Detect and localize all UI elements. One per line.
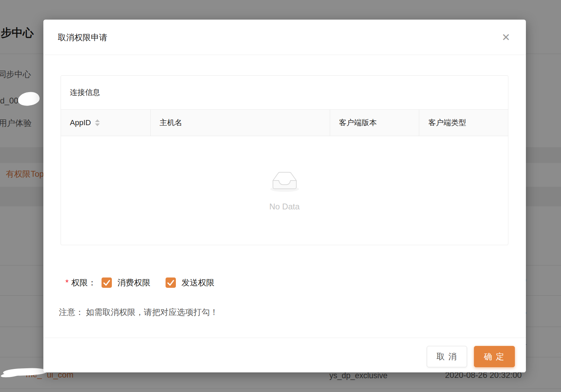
check-icon (102, 277, 112, 288)
caret-down-icon (95, 123, 100, 126)
cancel-permission-modal: 取消权限申请 ✕ 连接信息 AppID 主机名 客户端版本 客户端类型 (43, 20, 526, 372)
empty-inbox-icon (268, 170, 301, 192)
table-empty-state: No Data (61, 136, 508, 245)
column-header-client-version: 客户端版本 (330, 110, 420, 136)
empty-text: No Data (269, 202, 299, 211)
permission-form-row: * 权限： 消费权限 发送权限 (65, 276, 214, 289)
modal-footer: 取 消 确 定 (43, 338, 526, 372)
modal-header: 取消权限申请 ✕ (43, 20, 526, 55)
column-header-appid[interactable]: AppID (61, 110, 151, 136)
checkbox-label-send[interactable]: 发送权限 (181, 277, 214, 288)
close-icon: ✕ (501, 32, 510, 43)
column-header-hostname: 主机名 (151, 110, 330, 136)
card-title: 连接信息 (61, 76, 508, 110)
confirm-button[interactable]: 确 定 (474, 346, 515, 367)
checkbox-send-permission[interactable] (166, 277, 176, 288)
note-text: 注意： 如需取消权限，请把对应选项打勾！ (59, 307, 218, 318)
modal-title: 取消权限申请 (58, 20, 107, 55)
cancel-button[interactable]: 取 消 (427, 346, 467, 367)
sorter-icon (95, 119, 100, 126)
table-header-row: AppID 主机名 客户端版本 客户端类型 (61, 110, 508, 136)
checkbox-label-consume[interactable]: 消费权限 (117, 277, 150, 288)
connection-info-card: 连接信息 AppID 主机名 客户端版本 客户端类型 No Data (61, 75, 508, 245)
caret-up-icon (95, 119, 100, 122)
checkbox-consume-permission[interactable] (102, 277, 112, 288)
close-button[interactable]: ✕ (498, 29, 514, 46)
permission-field-label: 权限： (71, 277, 96, 288)
check-icon (166, 277, 176, 288)
column-header-client-type: 客户端类型 (419, 110, 508, 136)
required-mark: * (65, 278, 68, 287)
